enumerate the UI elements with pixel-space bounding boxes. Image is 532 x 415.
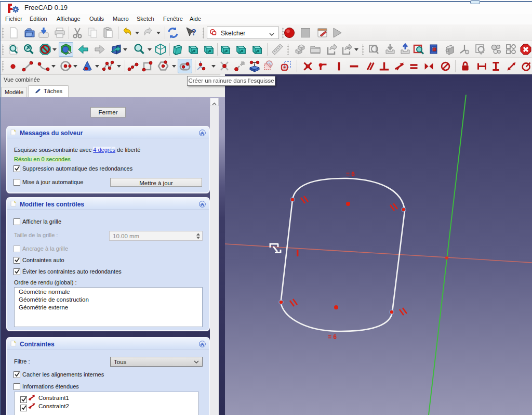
svg-text:= 6: = 6: [346, 171, 355, 178]
svg-text:= 6: = 6: [328, 333, 337, 341]
